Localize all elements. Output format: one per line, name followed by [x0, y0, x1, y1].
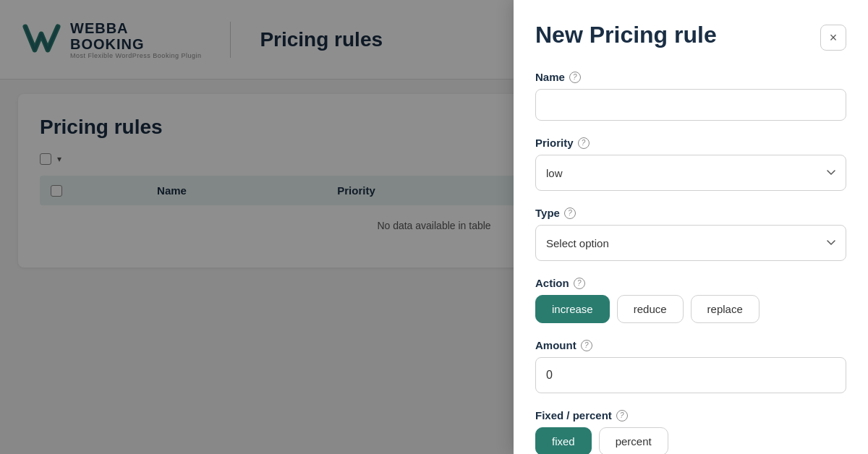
name-label: Name ? [535, 71, 846, 83]
type-label: Type ? [535, 207, 846, 219]
name-help-icon[interactable]: ? [569, 72, 581, 83]
priority-field-group: Priority ? low medium high [535, 137, 846, 191]
fixed-percent-buttons: fixed percent [535, 427, 846, 454]
panel-title: New Pricing rule [535, 22, 717, 48]
amount-label: Amount ? [535, 339, 846, 351]
action-field-group: Action ? increase reduce replace [535, 277, 846, 323]
amount-help-icon[interactable]: ? [581, 340, 592, 351]
amount-input[interactable] [535, 357, 846, 393]
fixed-button[interactable]: fixed [535, 427, 592, 454]
action-label: Action ? [535, 277, 846, 289]
priority-select[interactable]: low medium high [535, 155, 846, 191]
action-buttons: increase reduce replace [535, 295, 846, 323]
type-help-icon[interactable]: ? [564, 207, 576, 219]
panel-header: New Pricing rule × [535, 22, 846, 51]
name-input[interactable] [535, 89, 846, 121]
close-button[interactable]: × [820, 25, 846, 51]
type-field-group: Type ? Select option [535, 207, 846, 261]
fixed-percent-help-icon[interactable]: ? [616, 410, 628, 421]
type-select[interactable]: Select option [535, 225, 846, 261]
percent-button[interactable]: percent [599, 427, 668, 454]
action-replace-button[interactable]: replace [691, 295, 760, 323]
action-help-icon[interactable]: ? [574, 278, 585, 289]
fixed-percent-field-group: Fixed / percent ? fixed percent [535, 409, 846, 454]
action-increase-button[interactable]: increase [535, 295, 610, 323]
side-panel: New Pricing rule × Name ? Priority ? low… [514, 0, 868, 454]
name-field-group: Name ? [535, 71, 846, 121]
priority-help-icon[interactable]: ? [578, 137, 590, 149]
action-reduce-button[interactable]: reduce [617, 295, 684, 323]
amount-field-group: Amount ? [535, 339, 846, 393]
fixed-percent-label: Fixed / percent ? [535, 409, 846, 421]
priority-label: Priority ? [535, 137, 846, 149]
